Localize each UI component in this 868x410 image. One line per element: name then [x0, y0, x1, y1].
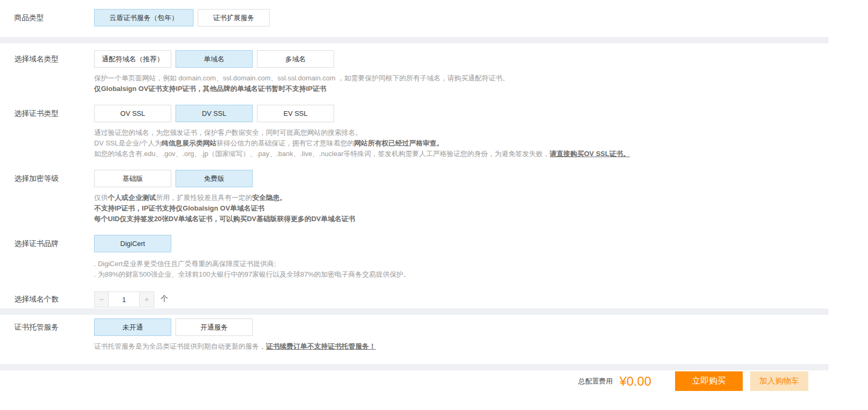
section-divider	[0, 364, 828, 370]
encryption-level-options: 基础版 免费版	[94, 170, 828, 187]
hosting-service-options: 未开通 开通服务	[94, 318, 828, 336]
domain-count-input[interactable]	[109, 291, 140, 307]
hosting-renewal-notice-link[interactable]: 证书续费订单不支持证书托管服务！	[266, 342, 376, 350]
hosting-service-description: 证书托管服务是为全品类证书提供到期自动更新的服务，证书续费订单不支持证书托管服务…	[94, 341, 828, 352]
encryption-level-description: 仅供个人或企业测试所用，扩展性较差且具有一定的安全隐患。 不支持IP证书，IP证…	[94, 193, 828, 224]
domain-count-stepper: − +	[94, 291, 154, 307]
section-divider	[0, 37, 828, 43]
cert-type-desc-line2: DV SSL是企业/个人为纯信息展示类网站获得公信力的基础保证，拥有它才意味着您…	[94, 138, 828, 149]
section-configuration: 选择域名类型 通配符域名（推荐） 单域名 多域名 保护一个单页面网站，例如 do…	[0, 43, 828, 308]
cert-type-options: OV SSL DV SSL EV SSL	[94, 105, 828, 122]
encryption-desc-line3: 每个UID仅支持签发20张DV单域名证书，可以购买DV基础版获得更多的DV单域名…	[94, 214, 828, 224]
domain-type-description: 保护一个单页面网站，例如 domain.com、ssl.domain.com、s…	[94, 73, 828, 94]
product-type-option-cert-extension-service[interactable]: 证书扩展服务	[198, 9, 270, 26]
cert-brand-desc-line2: . 为89%的财富500强企业、全球前100大银行中的97家银行以及全球87%的…	[94, 269, 828, 280]
encryption-level-row: 选择加密等级 基础版 免费版 仅供个人或企业测试所用，扩展性较差且具有一定的安全…	[0, 170, 828, 224]
cert-brand-options: DigiCert	[94, 235, 828, 252]
domain-type-desc-line2: 仅Globalsign OV证书支持IP证书，其他品牌的单域名证书暂时不支持IP…	[94, 84, 828, 94]
domain-type-row: 选择域名类型 通配符域名（推荐） 单域名 多域名 保护一个单页面网站，例如 do…	[0, 50, 828, 94]
cert-type-option-ev-ssl[interactable]: EV SSL	[257, 105, 334, 122]
domain-type-option-wildcard[interactable]: 通配符域名（推荐）	[94, 50, 171, 68]
ssl-certificate-purchase-page: 商品类型 云盾证书服务（包年） 证书扩展服务 选择域名类型 通配符域名（推荐） …	[0, 0, 828, 410]
domain-type-option-single[interactable]: 单域名	[176, 50, 253, 68]
cert-type-desc-line1: 通过验证您的域名，为您颁发证书，保护客户数据安全，同时可提高您网站的搜索排名。	[94, 127, 828, 138]
cert-brand-description: . DigiCert是业界更受信任且广受尊重的高保障度证书提供商; . 为89%…	[94, 259, 828, 280]
total-fee-label: 总配置费用	[578, 377, 613, 386]
encryption-desc-line1: 仅供个人或企业测试所用，扩展性较差且具有一定的安全隐患。	[94, 193, 828, 203]
brand-option-digicert[interactable]: DigiCert	[94, 235, 171, 252]
section-hosting-service: 证书托管服务 未开通 开通服务 证书托管服务是为全品类证书提供到期自动更新的服务…	[0, 315, 828, 364]
add-to-cart-button[interactable]: 加入购物车	[750, 371, 808, 391]
domain-type-label: 选择域名类型	[0, 50, 94, 68]
cert-type-label: 选择证书类型	[0, 105, 94, 122]
domain-count-unit: 个	[161, 290, 168, 307]
cert-brand-desc-line1: . DigiCert是业界更受信任且广受尊重的高保障度证书提供商;	[94, 259, 828, 269]
total-fee-value: ¥0.00	[620, 374, 651, 389]
hosting-option-not-enabled[interactable]: 未开通	[94, 318, 171, 336]
buy-ov-ssl-link[interactable]: 请直接购买OV SSL证书。	[550, 150, 630, 158]
encryption-option-basic[interactable]: 基础版	[94, 170, 171, 187]
buy-now-button[interactable]: 立即购买	[675, 371, 743, 391]
domain-type-desc-line1: 保护一个单页面网站，例如 domain.com、ssl.domain.com、s…	[94, 73, 828, 84]
product-type-label: 商品类型	[0, 9, 94, 26]
cert-brand-label: 选择证书品牌	[0, 235, 94, 252]
domain-count-row: 选择域名个数 − + 个	[0, 290, 828, 308]
cert-type-option-dv-ssl[interactable]: DV SSL	[176, 105, 253, 122]
cert-brand-row: 选择证书品牌 DigiCert . DigiCert是业界更受信任且广受尊重的高…	[0, 235, 828, 280]
hosting-option-enable-service[interactable]: 开通服务	[176, 318, 253, 336]
encryption-option-free[interactable]: 免费版	[176, 170, 253, 187]
increment-button[interactable]: +	[140, 291, 154, 307]
product-type-options: 云盾证书服务（包年） 证书扩展服务	[94, 9, 828, 26]
checkout-bar: 总配置费用 ¥0.00 立即购买 加入购物车	[0, 370, 828, 410]
cert-type-row: 选择证书类型 OV SSL DV SSL EV SSL 通过验证您的域名，为您颁…	[0, 105, 828, 159]
encryption-level-label: 选择加密等级	[0, 170, 94, 187]
domain-type-option-multi[interactable]: 多域名	[257, 50, 334, 68]
encryption-desc-line2: 不支持IP证书，IP证书支持仅Globalsign OV单域名证书	[94, 203, 828, 214]
cert-type-description: 通过验证您的域名，为您颁发证书，保护客户数据安全，同时可提高您网站的搜索排名。 …	[94, 127, 828, 159]
section-product-type: 商品类型 云盾证书服务（包年） 证书扩展服务	[0, 0, 828, 37]
decrement-button[interactable]: −	[94, 291, 109, 307]
product-type-option-cloud-cert-service[interactable]: 云盾证书服务（包年）	[94, 9, 193, 26]
section-divider	[0, 308, 828, 315]
hosting-service-label: 证书托管服务	[0, 318, 94, 336]
hosting-service-row: 证书托管服务 未开通 开通服务 证书托管服务是为全品类证书提供到期自动更新的服务…	[0, 318, 828, 352]
cert-type-desc-line3: 如您的域名含有.edu、.gov、.org、.jp（国家缩写）、.pay、.ba…	[94, 149, 828, 159]
domain-count-label: 选择域名个数	[0, 290, 94, 308]
domain-type-options: 通配符域名（推荐） 单域名 多域名	[94, 50, 828, 68]
cert-type-option-ov-ssl[interactable]: OV SSL	[94, 105, 171, 122]
